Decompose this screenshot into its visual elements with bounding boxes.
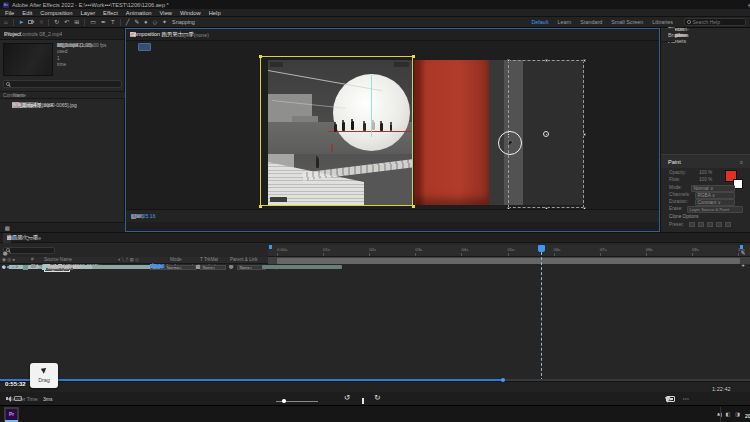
- workspace-standard[interactable]: Standard: [580, 19, 602, 25]
- project-search-input[interactable]: [3, 80, 122, 88]
- eraser-tool-icon[interactable]: ♦: [144, 19, 147, 25]
- clone-preset-icon[interactable]: [725, 222, 731, 227]
- menu-composition[interactable]: Composition: [40, 10, 72, 16]
- timeline-search-input[interactable]: [3, 247, 55, 254]
- home-tool-icon[interactable]: ⌂: [4, 19, 8, 25]
- snapping-checkbox[interactable]: [28, 20, 32, 24]
- tab-layer-viewer[interactable]: Layer: (none): [178, 32, 209, 38]
- clone-preset-icon[interactable]: [698, 222, 704, 227]
- workspace-libraries[interactable]: Libraries: [652, 19, 673, 25]
- volume-knob[interactable]: [282, 399, 286, 403]
- work-area-bar[interactable]: [268, 257, 750, 264]
- clone-stamp-tool-icon[interactable]: ✎: [134, 19, 139, 25]
- type-tool-icon[interactable]: T: [111, 19, 115, 25]
- mask-outline[interactable]: [260, 56, 413, 206]
- volume-slider[interactable]: [276, 399, 318, 403]
- ime-icon[interactable]: ◨: [735, 411, 740, 417]
- transform-handle[interactable]: [545, 59, 548, 62]
- layer-duration-bar[interactable]: [262, 265, 298, 269]
- red-panel-layer[interactable]: [414, 60, 489, 205]
- panel-brushes[interactable]: Brushes: [661, 28, 675, 42]
- erase-select[interactable]: Layer Source & Paint: [687, 206, 743, 213]
- time-ruler[interactable]: 0:00s01s02s03s04s05s06s07s08s09s10s: [268, 245, 750, 257]
- column-mode[interactable]: Mode: [170, 257, 182, 262]
- paint-mode-select[interactable]: Normal ∨: [691, 185, 735, 192]
- brush-cursor[interactable]: [498, 131, 522, 155]
- forward-button[interactable]: ↻: [374, 394, 380, 402]
- tab-effect-controls[interactable]: Effect Controls 08_2.mp4: [4, 31, 62, 37]
- audio-icon[interactable]: [6, 395, 13, 402]
- preview-monitor-icon[interactable]: [14, 396, 22, 402]
- menu-animation[interactable]: Animation: [126, 10, 152, 16]
- mask-handle[interactable]: [412, 55, 415, 58]
- clone-preset-icon[interactable]: [716, 222, 722, 227]
- project-list-header[interactable]: Name Comment: [0, 91, 125, 99]
- workspace-learn[interactable]: Learn: [558, 19, 572, 25]
- column-parent[interactable]: Parent & Link: [230, 257, 258, 262]
- shape-tool-icon[interactable]: ▭: [90, 19, 96, 25]
- delete-icon[interactable]: ♦: [5, 225, 8, 231]
- menu-help[interactable]: Help: [209, 10, 221, 16]
- roto-brush-tool-icon[interactable]: ◇: [152, 19, 157, 25]
- menu-view[interactable]: View: [160, 10, 172, 16]
- mask-handle[interactable]: [412, 205, 415, 208]
- panel-menu-icon[interactable]: ≡: [130, 32, 133, 38]
- transform-handle[interactable]: [507, 59, 510, 62]
- menu-window[interactable]: Window: [180, 10, 201, 16]
- trkmat-select[interactable]: None ∨: [200, 265, 226, 270]
- player-progress-bar[interactable]: [0, 379, 750, 381]
- transform-handle[interactable]: [583, 133, 586, 136]
- more-options-icon[interactable]: ⋯: [682, 395, 689, 403]
- comp-navigator-chip[interactable]: [138, 43, 151, 51]
- menu-file[interactable]: File: [5, 10, 14, 16]
- menu-layer[interactable]: Layer: [81, 10, 96, 16]
- panel-menu-icon[interactable]: ≡: [740, 159, 743, 165]
- selection-tool-icon[interactable]: ►: [19, 19, 25, 25]
- mask-handle[interactable]: [259, 55, 262, 58]
- work-area-start[interactable]: [269, 245, 272, 249]
- graph-editor-icon[interactable]: ◷: [3, 250, 7, 256]
- clone-preset-icon[interactable]: [689, 222, 695, 227]
- taskbar-pr-pr-icon[interactable]: Pr: [4, 407, 19, 422]
- anchor-point[interactable]: [543, 131, 549, 137]
- project-item[interactable]: 跑男第十一季.mp4: [0, 100, 12, 109]
- overlay-pen-icon[interactable]: ✎: [741, 250, 746, 256]
- zoom-tool-icon[interactable]: ○: [40, 19, 44, 25]
- workspace-default[interactable]: Default: [531, 19, 548, 25]
- network-icon[interactable]: ◧: [726, 411, 731, 417]
- expander-icon[interactable]: ▸: [16, 264, 18, 271]
- menu-edit[interactable]: Edit: [22, 10, 32, 16]
- workspace-small-screen[interactable]: Small Screen: [611, 19, 643, 25]
- flow-value[interactable]: 100 %: [699, 177, 712, 182]
- duration-select[interactable]: Constant ∨: [695, 199, 735, 206]
- opacity-value[interactable]: 100 %: [699, 170, 712, 175]
- rotate-tool-icon[interactable]: ↶: [64, 19, 69, 25]
- parent-pickwhip-icon[interactable]: ◎: [229, 264, 233, 271]
- channels-select[interactable]: RGBA ∨: [695, 192, 735, 199]
- transform-handle[interactable]: [583, 59, 586, 62]
- viewer-timecode[interactable]: 0:00:05:16: [131, 213, 156, 219]
- pen-tool-icon[interactable]: ✒: [101, 19, 106, 25]
- visibility-toggle[interactable]: ◉: [2, 264, 6, 271]
- menu-effect[interactable]: Effect: [103, 10, 118, 16]
- overlay-pointer-icon[interactable]: +: [741, 262, 744, 268]
- clone-preset-icon[interactable]: [707, 222, 713, 227]
- column-source-name[interactable]: Source Name: [44, 257, 72, 262]
- layer-name[interactable]: 04.mp4: [44, 264, 60, 271]
- puppet-tool-icon[interactable]: ✦: [162, 19, 167, 25]
- panel-paint[interactable]: Paint ≡: [661, 154, 750, 168]
- layer-color-swatch[interactable]: [23, 265, 28, 270]
- panel-menu-icon[interactable]: ≡: [11, 235, 14, 241]
- mask-handle[interactable]: [259, 205, 262, 208]
- blend-mode-select[interactable]: Norma ∨: [164, 265, 196, 270]
- pan-behind-tool-icon[interactable]: ⊞: [74, 19, 79, 25]
- work-area-end[interactable]: [740, 245, 743, 249]
- column-comment[interactable]: Comment: [3, 93, 24, 98]
- search-help-box[interactable]: Search Help: [684, 18, 746, 26]
- overflow-icon[interactable]: »: [4, 31, 7, 37]
- rewind-button[interactable]: ↺: [344, 394, 350, 402]
- show-desktop-button[interactable]: [720, 407, 722, 422]
- orbit-camera-tool-icon[interactable]: ↻: [54, 19, 59, 25]
- brush-tool-icon[interactable]: ╱: [126, 19, 130, 25]
- column-trkmat[interactable]: T TrkMat: [200, 257, 218, 262]
